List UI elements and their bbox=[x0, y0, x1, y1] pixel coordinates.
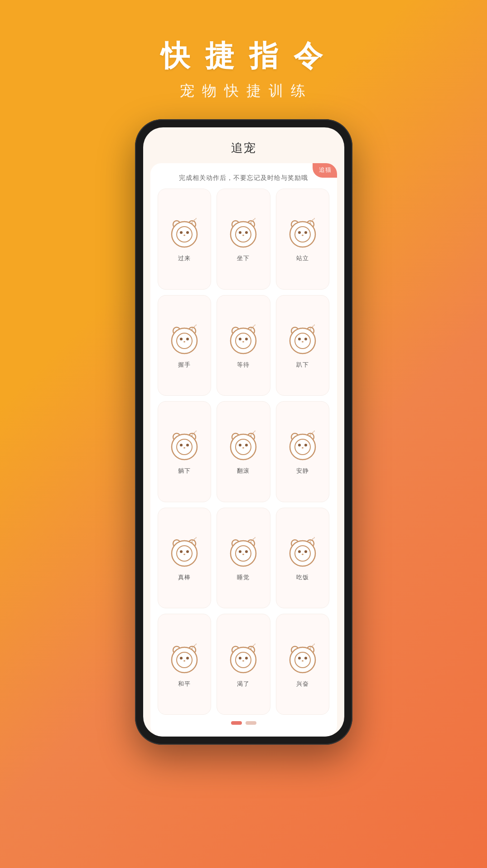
pet-icon: z z z bbox=[227, 643, 259, 676]
content-card: 追猫 完成相关动作后，不要忘记及时给与奖励哦 z z z 过来 bbox=[150, 163, 337, 737]
svg-point-5 bbox=[186, 231, 189, 234]
commands-grid: z z z 过来 z z z 坐下 bbox=[158, 189, 330, 715]
command-item[interactable]: z z z 渴了 bbox=[217, 614, 270, 715]
pet-icon: z z z bbox=[227, 217, 259, 251]
svg-point-124 bbox=[180, 657, 183, 659]
phone-mockup: 追宠 追猫 完成相关动作后，不要忘记及时给与奖励哦 z z z 过来 bbox=[135, 119, 352, 745]
command-item[interactable]: z z z 真棒 bbox=[158, 508, 212, 609]
svg-point-23 bbox=[295, 227, 310, 242]
command-item[interactable]: z z z 站立 bbox=[276, 189, 330, 290]
svg-text:z: z bbox=[254, 324, 256, 326]
svg-point-115 bbox=[304, 550, 307, 553]
svg-point-114 bbox=[298, 550, 301, 553]
item-label: 躺下 bbox=[178, 467, 191, 475]
pet-icon: z z z bbox=[227, 430, 259, 463]
sub-title: 宠 物 快 捷 训 练 bbox=[161, 81, 326, 101]
command-item[interactable]: z z z 睡觉 bbox=[217, 508, 270, 609]
pet-icon: z z z bbox=[169, 536, 200, 570]
command-item[interactable]: z z z 躺下 bbox=[158, 401, 212, 502]
svg-point-116 bbox=[302, 554, 304, 555]
phone-screen: 追宠 追猫 完成相关动作后，不要忘记及时给与奖励哦 z z z 过来 bbox=[143, 127, 344, 737]
svg-point-13 bbox=[236, 227, 251, 242]
pet-icon: z z z bbox=[227, 324, 259, 357]
svg-point-4 bbox=[180, 231, 183, 234]
svg-point-83 bbox=[295, 439, 310, 455]
item-label: 安静 bbox=[296, 467, 309, 475]
svg-point-16 bbox=[242, 235, 244, 236]
svg-text:z: z bbox=[313, 536, 315, 539]
item-label: 站立 bbox=[296, 254, 309, 262]
main-title: 快 捷 指 令 bbox=[161, 36, 326, 76]
screen-title: 追宠 bbox=[143, 127, 344, 163]
svg-point-34 bbox=[180, 338, 183, 340]
pet-icon: z z z bbox=[169, 643, 200, 676]
svg-point-104 bbox=[239, 550, 241, 553]
svg-point-25 bbox=[304, 231, 307, 234]
svg-point-45 bbox=[245, 338, 248, 340]
svg-point-126 bbox=[183, 660, 185, 661]
svg-point-43 bbox=[236, 333, 251, 349]
command-item[interactable]: z z z 安静 bbox=[276, 401, 330, 502]
pet-icon: z z z bbox=[287, 324, 318, 357]
svg-point-144 bbox=[298, 657, 301, 659]
tag-badge: 追猫 bbox=[313, 163, 337, 178]
svg-point-136 bbox=[242, 660, 244, 661]
pagination-dot-1[interactable] bbox=[231, 721, 242, 725]
svg-point-74 bbox=[239, 444, 241, 446]
svg-point-53 bbox=[295, 333, 310, 349]
svg-point-133 bbox=[236, 652, 251, 668]
svg-point-36 bbox=[183, 341, 185, 342]
svg-text:z: z bbox=[313, 217, 315, 220]
svg-point-35 bbox=[186, 338, 189, 340]
pet-icon: z z z bbox=[287, 217, 318, 251]
svg-text:z: z bbox=[195, 324, 197, 326]
notice-bar: 完成相关动作后，不要忘记及时给与奖励哦 bbox=[158, 170, 330, 189]
item-label: 等待 bbox=[237, 361, 250, 369]
command-item[interactable]: z z z 过来 bbox=[158, 189, 212, 290]
svg-text:z: z bbox=[254, 536, 256, 539]
svg-text:z: z bbox=[195, 643, 197, 645]
svg-point-94 bbox=[180, 550, 183, 553]
svg-point-14 bbox=[239, 231, 241, 234]
svg-point-105 bbox=[245, 550, 248, 553]
svg-point-145 bbox=[304, 657, 307, 659]
svg-point-46 bbox=[242, 341, 244, 342]
svg-point-63 bbox=[177, 439, 192, 455]
command-item[interactable]: z z z 等待 bbox=[217, 295, 270, 396]
svg-point-56 bbox=[302, 341, 304, 342]
svg-point-76 bbox=[242, 447, 244, 449]
svg-point-134 bbox=[239, 657, 241, 659]
item-label: 握手 bbox=[178, 361, 191, 369]
svg-text:z: z bbox=[313, 324, 315, 326]
svg-text:z: z bbox=[254, 643, 256, 645]
svg-point-143 bbox=[295, 652, 310, 668]
command-item[interactable]: z z z 和平 bbox=[158, 614, 212, 715]
svg-text:z: z bbox=[254, 217, 256, 220]
command-item[interactable]: z z z 吃饭 bbox=[276, 508, 330, 609]
svg-point-113 bbox=[295, 546, 310, 561]
command-item[interactable]: z z z 兴奋 bbox=[276, 614, 330, 715]
svg-point-54 bbox=[298, 338, 301, 340]
item-label: 趴下 bbox=[296, 361, 309, 369]
svg-text:z: z bbox=[195, 430, 197, 432]
svg-point-73 bbox=[236, 439, 251, 455]
svg-point-95 bbox=[186, 550, 189, 553]
item-label: 翻滚 bbox=[237, 467, 250, 475]
item-label: 坐下 bbox=[237, 254, 250, 262]
svg-point-86 bbox=[302, 447, 304, 449]
svg-point-64 bbox=[180, 444, 183, 446]
pet-icon: z z z bbox=[287, 643, 318, 676]
item-label: 睡觉 bbox=[237, 573, 250, 582]
svg-point-135 bbox=[245, 657, 248, 659]
pet-icon: z z z bbox=[287, 536, 318, 570]
command-item[interactable]: z z z 翻滚 bbox=[217, 401, 270, 502]
header-area: 快 捷 指 令 宠 物 快 捷 训 练 bbox=[161, 0, 326, 101]
pet-icon: z z z bbox=[169, 217, 200, 251]
svg-text:z: z bbox=[195, 536, 197, 539]
pagination-dot-2[interactable] bbox=[246, 721, 256, 725]
svg-point-65 bbox=[186, 444, 189, 446]
svg-point-85 bbox=[304, 444, 307, 446]
command-item[interactable]: z z z 趴下 bbox=[276, 295, 330, 396]
command-item[interactable]: z z z 坐下 bbox=[217, 189, 270, 290]
command-item[interactable]: z z z 握手 bbox=[158, 295, 212, 396]
